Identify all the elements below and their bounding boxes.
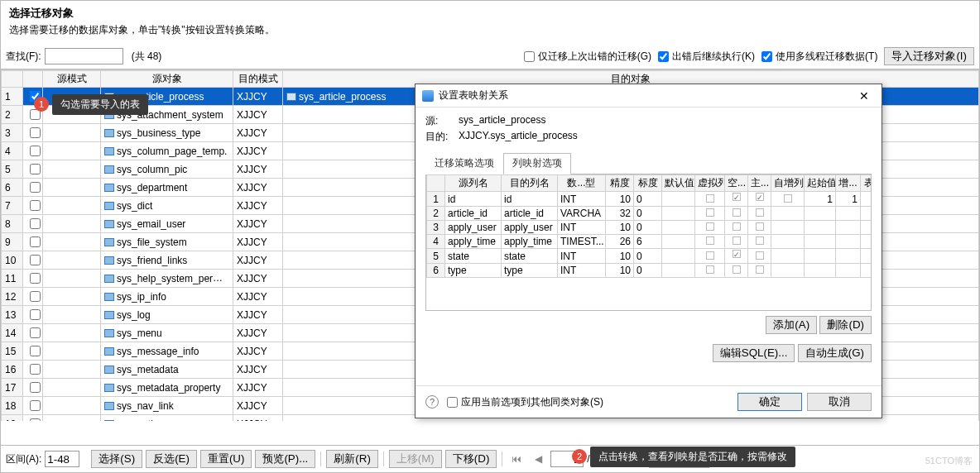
find-label: 查找(F):	[6, 50, 41, 64]
select-button[interactable]: 选择(S)	[91, 450, 142, 468]
table-icon	[104, 165, 114, 174]
table-icon	[104, 129, 114, 137]
row-checkbox[interactable]	[30, 200, 41, 211]
range-input[interactable]	[45, 451, 79, 467]
table-icon	[104, 311, 114, 319]
map-row[interactable]: 5statestateINT100	[427, 249, 872, 264]
auto-generate-button[interactable]: 自动生成(G)	[798, 344, 872, 362]
src-object: sys_file_system	[117, 236, 187, 248]
move-up-button[interactable]: 上移(M)	[389, 450, 442, 468]
add-column-button[interactable]: 添加(A)	[766, 316, 817, 334]
table-icon	[104, 275, 114, 283]
src-object: sys_help_system_perm...	[117, 272, 229, 284]
th-tgt-schema: 目的模式	[233, 71, 283, 88]
row-checkbox[interactable]	[30, 218, 41, 229]
map-th: 精度	[606, 175, 634, 192]
table-icon	[104, 220, 114, 228]
row-checkbox[interactable]	[30, 146, 41, 156]
map-th: 数...型	[558, 175, 606, 192]
target-value: XJJCY.sys_article_process	[459, 130, 578, 144]
target-label: 目的:	[425, 130, 454, 144]
move-down-button[interactable]: 下移(D)	[445, 450, 497, 468]
first-page-icon[interactable]: ⏮	[507, 450, 526, 468]
tgt-schema: XJJCY	[233, 88, 283, 106]
row-checkbox[interactable]	[30, 164, 41, 174]
watermark: 51CTO博客	[925, 455, 973, 467]
src-object: sys_column_page_temp.	[117, 146, 227, 157]
edit-sql-button[interactable]: 编辑SQL(E)...	[713, 344, 795, 362]
tgt-schema: XJJCY	[233, 106, 283, 124]
find-input[interactable]	[45, 48, 123, 64]
row-checkbox[interactable]	[30, 327, 41, 338]
map-th: 增...	[836, 175, 861, 192]
row-checkbox[interactable]	[30, 291, 41, 302]
map-th: 目的列名	[502, 175, 558, 192]
map-th: 起始值	[805, 175, 836, 192]
tgt-schema: XJJCY	[233, 415, 283, 422]
row-checkbox[interactable]	[30, 400, 41, 411]
table-icon	[104, 293, 114, 301]
cancel-button[interactable]: 取消	[807, 393, 872, 411]
table-icon	[104, 184, 114, 192]
row-checkbox[interactable]	[30, 382, 41, 393]
tgt-schema: XJJCY	[233, 342, 283, 361]
map-th: 表达式	[861, 175, 872, 192]
src-object: sys_message_info	[117, 346, 199, 357]
callout-badge-2: 2	[572, 449, 587, 464]
last-fail-checkbox[interactable]: 仅迁移上次出错的迁移(G)	[524, 50, 651, 64]
page-subtitle: 选择需要迁移的数据库对象，单击"转换"按钮设置转换策略。	[9, 23, 971, 37]
delete-column-button[interactable]: 删除(D)	[819, 316, 872, 334]
map-row[interactable]: 3apply_userapply_userINT100	[427, 221, 872, 235]
tgt-schema: XJJCY	[233, 142, 283, 160]
row-checkbox[interactable]	[30, 309, 41, 320]
row-checkbox[interactable]	[30, 364, 41, 375]
help-icon[interactable]: ?	[425, 395, 439, 408]
continue-checkbox[interactable]: 出错后继续执行(K)	[658, 50, 755, 64]
row-checkbox[interactable]	[30, 182, 41, 193]
map-row[interactable]: 4apply_timeapply_timeTIMEST...266	[427, 235, 872, 249]
ok-button[interactable]: 确定	[737, 393, 802, 411]
reset-button[interactable]: 重置(U)	[200, 450, 252, 468]
tgt-schema: XJJCY	[233, 160, 283, 179]
row-checkbox[interactable]	[30, 236, 41, 247]
src-object: sys_friend_links	[117, 255, 187, 266]
apply-others-checkbox[interactable]: 应用当前选项到其他同类对象(S)	[447, 395, 603, 409]
map-row[interactable]: 1ididINT10011	[427, 192, 872, 207]
tgt-schema: XJJCY	[233, 197, 283, 215]
prev-page-icon[interactable]: ◀	[529, 450, 547, 468]
multithread-checkbox[interactable]: 使用多线程迁移数据(T)	[761, 50, 877, 64]
map-th: 自增列	[771, 175, 805, 192]
callout-1: 勾选需要导入的表	[52, 94, 148, 115]
tgt-schema: XJJCY	[233, 179, 283, 197]
src-object: sys_metadata	[117, 364, 179, 375]
mapping-table[interactable]: 源列名目的列名数...型精度标度默认值虚拟列空...主...自增列起始值增...…	[426, 174, 872, 278]
map-th: 标度	[634, 175, 662, 192]
th-src-object: 源对象	[101, 71, 233, 88]
map-row[interactable]: 6typetypeINT100	[427, 264, 872, 278]
row-checkbox[interactable]	[30, 273, 41, 284]
preview-button[interactable]: 预览(P)...	[255, 450, 315, 468]
tab-column-mapping[interactable]: 列映射选项	[503, 153, 571, 174]
deselect-button[interactable]: 反选(E)	[146, 450, 197, 468]
count-label: (共 48)	[132, 50, 162, 64]
import-objects-button[interactable]: 导入迁移对象(I)	[884, 47, 974, 65]
src-object: sys_log	[117, 309, 151, 321]
tgt-schema: XJJCY	[233, 251, 283, 270]
page-title: 选择迁移对象	[9, 6, 971, 21]
refresh-button[interactable]: 刷新(R)	[326, 450, 378, 468]
row-checkbox[interactable]	[30, 127, 41, 138]
tgt-schema: XJJCY	[233, 124, 283, 142]
mapping-dialog: 设置表映射关系 ✕ 源: sys_article_process 目的: XJJ…	[415, 84, 882, 418]
row-checkbox[interactable]	[30, 418, 41, 421]
map-row[interactable]: 2article_idarticle_idVARCHA320	[427, 207, 872, 221]
row-checkbox[interactable]	[30, 346, 41, 356]
src-object: sys_email_user	[117, 218, 185, 230]
map-th: 主...	[748, 175, 771, 192]
tgt-schema: XJJCY	[233, 270, 283, 288]
close-icon[interactable]: ✕	[852, 87, 877, 105]
table-icon	[104, 366, 114, 374]
tab-strategy[interactable]: 迁移策略选项	[425, 153, 503, 174]
src-object: sys_notice	[117, 418, 164, 421]
src-object: sys_ip_info	[117, 291, 166, 303]
row-checkbox[interactable]	[30, 255, 41, 265]
